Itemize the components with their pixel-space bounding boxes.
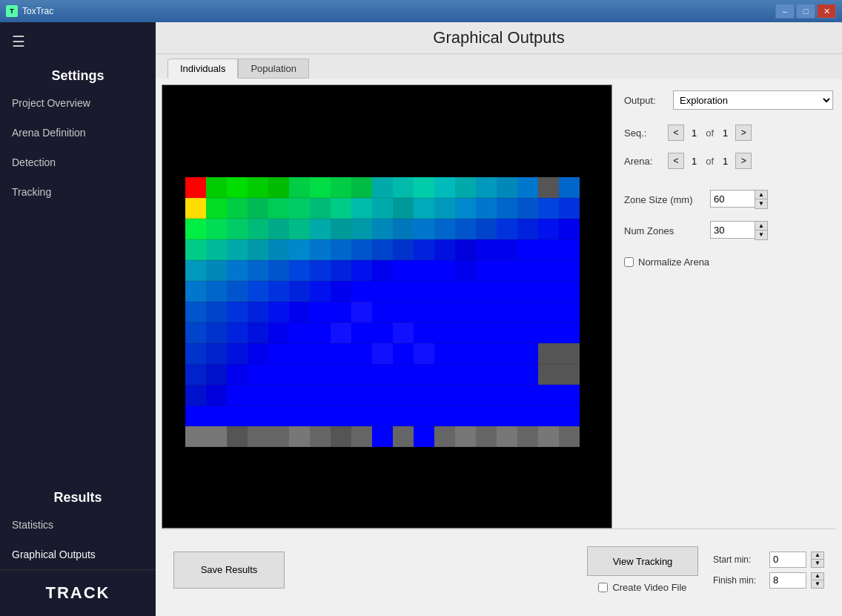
svg-rect-227	[538, 405, 559, 426]
svg-rect-57	[559, 219, 580, 239]
svg-rect-228	[559, 405, 580, 426]
svg-rect-208	[538, 385, 559, 405]
svg-rect-2	[206, 177, 227, 198]
svg-rect-197	[310, 385, 331, 405]
svg-rect-21	[206, 198, 227, 219]
svg-rect-44	[289, 219, 310, 239]
zone-size-up-button[interactable]: ▲	[755, 191, 767, 199]
seq-total: 1	[718, 127, 732, 139]
svg-rect-140	[310, 322, 331, 343]
svg-rect-180	[351, 364, 372, 385]
svg-rect-183	[414, 364, 434, 385]
svg-rect-169	[517, 343, 538, 364]
svg-rect-211	[206, 405, 227, 426]
svg-rect-194	[248, 385, 268, 405]
svg-rect-134	[185, 322, 206, 343]
svg-rect-50	[414, 219, 434, 239]
normalize-checkbox[interactable]	[624, 257, 634, 267]
svg-rect-102	[310, 281, 331, 302]
svg-rect-52	[455, 219, 476, 239]
maximize-button[interactable]: □	[796, 4, 815, 19]
num-zones-up-button[interactable]: ▲	[755, 222, 767, 231]
arena-prev-button[interactable]: <	[668, 153, 684, 169]
menu-button[interactable]: ☰	[0, 22, 156, 61]
output-select[interactable]: Exploration Heatmap Path	[673, 90, 833, 110]
zone-size-input[interactable]	[710, 190, 755, 208]
svg-rect-131	[517, 302, 538, 322]
seq-of-label: of	[704, 127, 715, 139]
svg-rect-157	[268, 343, 289, 364]
seq-value: 1	[687, 127, 701, 139]
tab-individuals[interactable]: Individuals	[168, 59, 238, 79]
svg-rect-47	[351, 219, 372, 239]
minimize-button[interactable]: –	[775, 4, 795, 19]
finish-min-input[interactable]	[769, 572, 806, 589]
svg-rect-199	[351, 385, 372, 405]
svg-rect-217	[331, 405, 351, 426]
window-controls[interactable]: – □ ✕	[775, 4, 836, 19]
svg-rect-5	[268, 177, 289, 198]
start-min-down-button[interactable]: ▼	[812, 560, 823, 567]
zone-size-down-button[interactable]: ▼	[755, 199, 767, 208]
track-button[interactable]: TRACK	[0, 569, 156, 616]
num-zones-input[interactable]	[710, 221, 755, 239]
sidebar-item-arena-definition[interactable]: Arena Definition	[0, 118, 156, 148]
svg-rect-68	[393, 239, 414, 260]
svg-rect-179	[331, 364, 351, 385]
arena-next-button[interactable]: >	[735, 153, 752, 169]
sidebar-item-tracking[interactable]: Tracking	[0, 177, 156, 207]
seq-prev-button[interactable]: <	[668, 125, 684, 141]
view-tracking-button[interactable]: View Tracking	[587, 546, 698, 576]
svg-rect-206	[497, 385, 517, 405]
svg-rect-73	[497, 239, 517, 260]
svg-rect-114	[559, 281, 580, 302]
num-zones-down-button[interactable]: ▼	[755, 231, 767, 239]
arena-label: Arena:	[624, 156, 665, 167]
svg-rect-215	[289, 405, 310, 426]
sidebar-item-statistics[interactable]: Statistics	[0, 510, 156, 540]
close-button[interactable]: ✕	[817, 4, 836, 19]
svg-rect-124	[372, 302, 393, 322]
create-video-label: Create Video File	[612, 582, 686, 593]
svg-rect-53	[476, 219, 497, 239]
bottom-right: View Tracking Create Video File Start mi…	[587, 546, 824, 593]
finish-min-down-button[interactable]: ▼	[812, 580, 823, 588]
svg-rect-152	[559, 322, 580, 343]
svg-rect-155	[227, 343, 248, 364]
svg-rect-175	[248, 364, 268, 385]
svg-rect-103	[331, 281, 351, 302]
start-min-row: Start min: ▲ ▼	[713, 552, 824, 568]
tab-population[interactable]: Population	[238, 59, 308, 79]
svg-rect-89	[434, 260, 455, 281]
svg-rect-136	[227, 322, 248, 343]
svg-rect-163	[393, 343, 414, 364]
svg-rect-117	[227, 302, 248, 322]
svg-rect-80	[248, 260, 268, 281]
svg-rect-71	[455, 239, 476, 260]
svg-rect-95	[559, 260, 580, 281]
svg-rect-55	[517, 219, 538, 239]
start-min-input[interactable]	[769, 552, 806, 568]
svg-rect-8	[331, 177, 351, 198]
svg-rect-15	[476, 177, 497, 198]
sidebar-item-detection[interactable]: Detection	[0, 148, 156, 177]
svg-rect-83	[310, 260, 331, 281]
svg-rect-72	[476, 239, 497, 260]
svg-rect-91	[476, 260, 497, 281]
svg-rect-239	[414, 426, 434, 447]
start-min-label: Start min:	[713, 554, 765, 565]
save-results-button[interactable]: Save Results	[173, 552, 285, 589]
num-zones-spinbtns: ▲ ▼	[755, 221, 768, 240]
create-video-checkbox[interactable]	[598, 583, 608, 592]
sidebar-item-project-overview[interactable]: Project Overview	[0, 88, 156, 118]
start-min-up-button[interactable]: ▲	[812, 552, 823, 560]
svg-rect-88	[414, 260, 434, 281]
svg-rect-121	[310, 302, 331, 322]
sidebar-item-graphical-outputs[interactable]: Graphical Outputs	[0, 540, 156, 569]
svg-rect-85	[351, 260, 372, 281]
finish-min-up-button[interactable]: ▲	[812, 573, 823, 580]
zone-size-spinner: ▲ ▼	[710, 190, 768, 209]
seq-next-button[interactable]: >	[735, 125, 752, 141]
svg-rect-245	[538, 426, 559, 447]
settings-label: Settings	[0, 61, 156, 88]
